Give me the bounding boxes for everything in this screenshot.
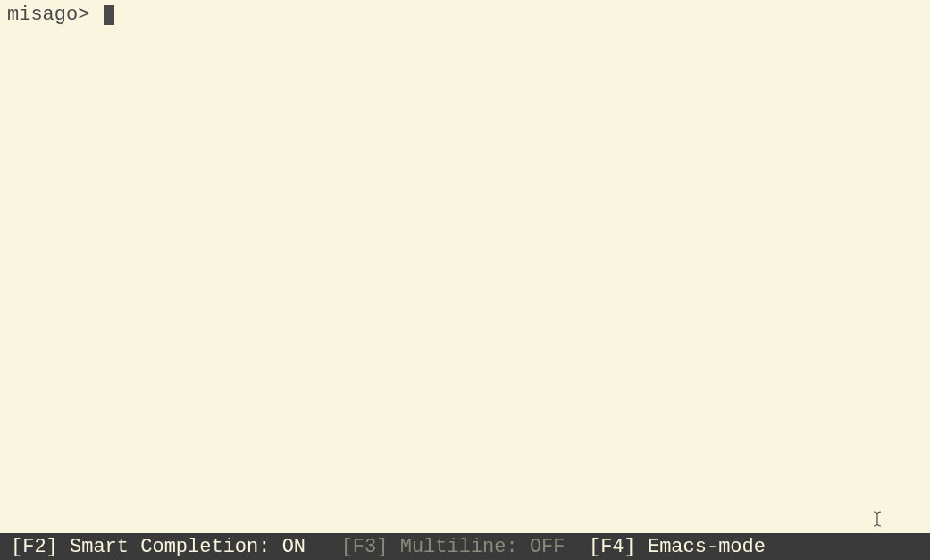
prompt-text: misago>: [7, 4, 102, 26]
f3-value: OFF: [530, 536, 566, 558]
f2-feature-label: Smart Completion:: [58, 536, 282, 558]
f2-key-label[interactable]: [F2]: [11, 536, 58, 558]
prompt-line[interactable]: misago>: [7, 4, 923, 26]
f3-feature-label: Multiline:: [388, 536, 529, 558]
f4-key-label[interactable]: [F4]: [589, 536, 636, 558]
f4-feature-label: Emacs-mode: [636, 536, 766, 558]
status-spacer: [566, 536, 589, 558]
f2-value: ON: [282, 536, 306, 558]
status-bar: [F2] Smart Completion: ON [F3] Multiline…: [0, 533, 930, 560]
status-spacer: [306, 536, 341, 558]
cursor-icon: [104, 5, 114, 25]
terminal-output-area[interactable]: misago>: [0, 0, 930, 533]
f3-key-label[interactable]: [F3]: [341, 536, 389, 558]
